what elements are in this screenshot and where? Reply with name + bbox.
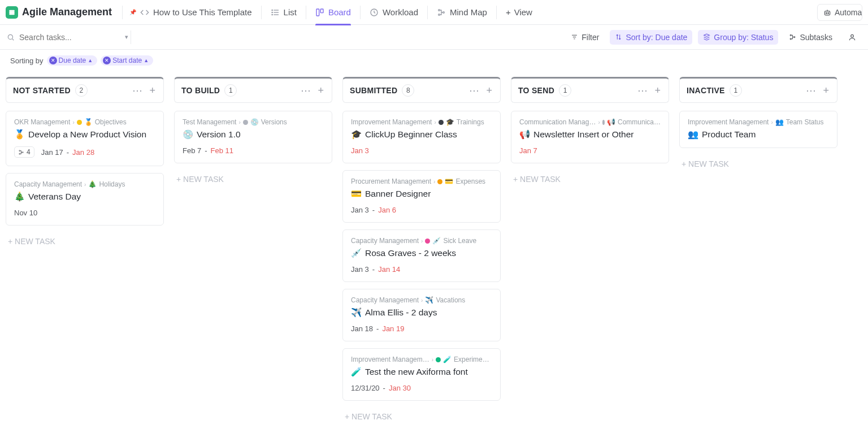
- sort-label: Sort by: Due date: [626, 33, 687, 42]
- card-dates: Jan 3-Jan 6: [351, 206, 492, 214]
- start-date: Nov 10: [14, 209, 37, 217]
- tab-board[interactable]: Board: [309, 0, 358, 25]
- card-title: ✈️ Alma Ellis - 2 days: [351, 307, 492, 318]
- sort-pill-due-date[interactable]: ✕ Due date ▲: [47, 55, 98, 66]
- search-input[interactable]: [19, 33, 118, 42]
- sort-button[interactable]: Sort by: Due date: [610, 30, 692, 45]
- due-date: Jan 3: [351, 146, 369, 155]
- column-add-icon[interactable]: +: [148, 85, 157, 96]
- column-menu-icon[interactable]: ⋯: [636, 85, 649, 96]
- svg-line-20: [12, 38, 14, 40]
- due-date: Jan 19: [382, 324, 404, 333]
- svg-rect-9: [316, 9, 319, 16]
- svg-rect-0: [10, 10, 14, 11]
- subtasks-icon: [789, 33, 796, 41]
- group-button[interactable]: Group by: Status: [698, 30, 778, 45]
- column-menu-icon[interactable]: ⋯: [131, 85, 144, 96]
- svg-point-8: [272, 14, 272, 15]
- remove-sort-icon[interactable]: ✕: [103, 57, 111, 64]
- list-icon: [271, 8, 280, 17]
- column-add-icon[interactable]: +: [485, 85, 493, 96]
- svg-point-27: [851, 34, 854, 37]
- new-task-button[interactable]: + NEW TASK: [511, 170, 669, 188]
- svg-point-26: [791, 38, 792, 40]
- task-card[interactable]: Communication Manag… › 📢 Communica… 📢 Ne…: [511, 111, 669, 163]
- sort-asc-icon: ▲: [144, 58, 149, 63]
- task-card[interactable]: Improvement Management › 👥 Team Status 👥…: [679, 111, 837, 148]
- search-wrap[interactable]: ▾: [7, 33, 128, 42]
- task-card[interactable]: Capacity Management › 💉 Sick Leave 💉 Ros…: [342, 229, 501, 282]
- robot-icon: [823, 8, 831, 16]
- chevron-right-icon: ›: [84, 181, 86, 188]
- task-card[interactable]: Improvement Management › 🎓 Trainings 🎓 C…: [342, 111, 501, 163]
- column-add-icon[interactable]: +: [822, 85, 830, 96]
- column-add-icon[interactable]: +: [653, 85, 662, 96]
- column: TO BUILD 1 ⋯ + Test Management › 💿 Versi…: [174, 77, 332, 426]
- start-date: Jan 18: [351, 324, 373, 333]
- divider: [496, 6, 497, 19]
- new-task-button[interactable]: + NEW TASK: [174, 170, 332, 188]
- assignee-button[interactable]: [843, 31, 861, 44]
- task-card[interactable]: Test Management › 💿 Versions 💿 Version 1…: [174, 111, 332, 163]
- crumb-space: Capacity Management: [14, 180, 82, 188]
- column: NOT STARTED 2 ⋯ + OKR Management › 🏅 Obj…: [6, 77, 164, 426]
- column-add-icon[interactable]: +: [316, 85, 325, 96]
- tab-how-to-use[interactable]: 📌 How to Use This Template: [125, 0, 259, 25]
- svg-point-30: [19, 153, 20, 154]
- status-dot-icon: [437, 179, 442, 184]
- start-date: Jan 3: [351, 265, 369, 274]
- crumb-list: Sick Leave: [443, 237, 476, 245]
- due-date: Jan 7: [519, 146, 537, 155]
- svg-point-14: [443, 11, 445, 13]
- add-view-button[interactable]: + View: [499, 7, 539, 17]
- divider: [122, 6, 123, 19]
- svg-point-7: [272, 12, 272, 12]
- tab-mind-map[interactable]: Mind Map: [430, 0, 494, 25]
- task-card[interactable]: OKR Management › 🏅 Objectives 🏅 Develop …: [6, 111, 164, 166]
- automate-button[interactable]: Automa: [817, 4, 862, 21]
- tab-workload[interactable]: Workload: [363, 0, 425, 25]
- card-dates: Nov 10: [14, 209, 155, 217]
- column-header: TO SEND 1 ⋯ +: [511, 77, 669, 103]
- column-menu-icon[interactable]: ⋯: [468, 85, 480, 96]
- new-task-button[interactable]: + NEW TASK: [6, 232, 164, 250]
- card-breadcrumb: Improvement Management › 🎓 Trainings: [351, 118, 492, 126]
- remove-sort-icon[interactable]: ✕: [49, 57, 57, 64]
- chevron-down-icon[interactable]: ▾: [125, 33, 128, 41]
- tab-label: Workload: [383, 7, 418, 17]
- sort-pill-start-date[interactable]: ✕ Start date ▲: [101, 55, 153, 66]
- tab-list[interactable]: List: [264, 0, 303, 25]
- column-menu-icon[interactable]: ⋯: [805, 85, 817, 96]
- new-task-button[interactable]: + NEW TASK: [342, 408, 501, 426]
- task-card[interactable]: Improvement Managem… › 🧪 Experime… 🧪 Tes…: [342, 348, 501, 401]
- crumb-space: Improvement Management: [688, 118, 769, 126]
- column-header: INACTIVE 1 ⋯ +: [679, 77, 837, 103]
- card-title: 💳 Banner Designer: [351, 189, 492, 199]
- space-title[interactable]: Agile Management: [22, 6, 112, 18]
- due-date: Jan 6: [378, 206, 396, 214]
- start-date: Jan 17: [41, 148, 63, 157]
- card-breadcrumb: Communication Manag… › 📢 Communica…: [519, 118, 661, 126]
- card-breadcrumb: Capacity Management › 💉 Sick Leave: [351, 237, 492, 245]
- column-menu-icon[interactable]: ⋯: [300, 85, 312, 96]
- card-emoji-icon: ✈️: [351, 307, 362, 318]
- automate-label: Automa: [835, 8, 862, 17]
- card-breadcrumb: Capacity Management › ✈️ Vacations: [351, 296, 492, 304]
- column-header: TO BUILD 1 ⋯ +: [174, 77, 332, 103]
- crumb-list: Holidays: [99, 180, 125, 188]
- crumb-emoji-icon: 🧪: [443, 356, 452, 363]
- sort-icon: [615, 33, 622, 41]
- card-emoji-icon: 🎓: [351, 129, 362, 140]
- svg-point-24: [791, 34, 792, 36]
- workload-icon: [370, 8, 379, 17]
- filter-button[interactable]: Filter: [566, 30, 604, 45]
- new-task-button[interactable]: + NEW TASK: [679, 155, 837, 173]
- task-card[interactable]: Capacity Management › 🎄 Holidays 🎄 Veter…: [6, 173, 164, 226]
- svg-point-16: [826, 12, 827, 14]
- task-card[interactable]: Capacity Management › ✈️ Vacations ✈️ Al…: [342, 289, 501, 341]
- svg-point-13: [439, 14, 440, 15]
- status-dot-icon: [77, 120, 82, 125]
- task-card[interactable]: Procurement Management › 💳 Expenses 💳 Ba…: [342, 170, 501, 223]
- svg-rect-10: [320, 9, 323, 13]
- subtasks-button[interactable]: Subtasks: [784, 30, 837, 45]
